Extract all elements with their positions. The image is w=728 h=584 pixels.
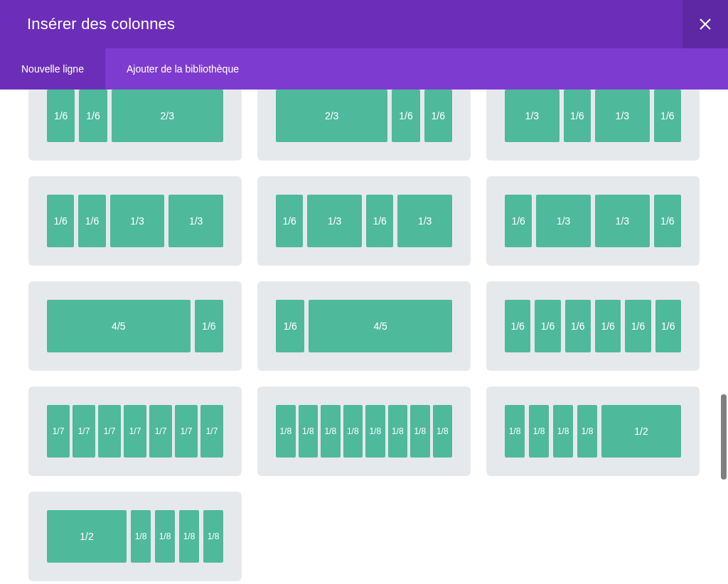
column-segment: 1/7: [200, 405, 223, 458]
layout-option[interactable]: 1/61/31/61/3: [257, 176, 471, 266]
layout-option[interactable]: 1/81/81/81/81/81/81/81/8: [257, 386, 471, 476]
modal-header: Insérer des colonnes: [0, 0, 728, 48]
column-segment: 1/6: [654, 90, 681, 142]
column-segment: 1/6: [564, 90, 591, 142]
layout-option[interactable]: 1/21/81/81/81/8: [28, 492, 242, 581]
column-segment: 1/3: [595, 90, 650, 142]
column-segment: 1/7: [98, 405, 121, 458]
column-segment: 1/8: [179, 510, 199, 563]
column-segment: 1/3: [536, 195, 591, 247]
column-segment: 1/6: [366, 195, 393, 247]
column-segment: 2/3: [276, 90, 387, 142]
layout-option[interactable]: 1/81/81/81/81/2: [486, 386, 700, 476]
column-segment: 1/6: [565, 300, 591, 352]
layout-grid-container: 1/61/62/32/31/61/61/31/61/31/61/61/61/31…: [0, 90, 728, 584]
column-segment: 1/6: [79, 90, 107, 142]
layout-option[interactable]: 1/71/71/71/71/71/71/7: [28, 386, 242, 476]
column-segment: 1/3: [505, 90, 560, 142]
column-segment: 1/8: [321, 405, 341, 458]
layout-option[interactable]: 4/51/6: [28, 281, 242, 371]
layout-grid: 1/61/62/32/31/61/61/31/61/31/61/61/61/31…: [28, 90, 700, 581]
tab-bar: Nouvelle ligne Ajouter de la bibliothèqu…: [0, 48, 728, 90]
layout-option[interactable]: 1/61/61/61/61/61/6: [486, 281, 700, 371]
close-button[interactable]: [682, 0, 728, 48]
column-segment: 1/8: [553, 405, 573, 458]
column-segment: 1/6: [78, 195, 105, 247]
column-segment: 1/6: [535, 300, 560, 352]
layout-option[interactable]: 1/31/61/31/6: [486, 90, 700, 161]
column-segment: 1/8: [343, 405, 363, 458]
column-segment: 1/7: [47, 405, 70, 458]
column-segment: 1/8: [410, 405, 430, 458]
modal-title: Insérer des colonnes: [27, 15, 175, 33]
column-segment: 1/8: [577, 405, 597, 458]
column-segment: 1/7: [124, 405, 146, 458]
column-segment: 1/8: [299, 405, 318, 458]
column-segment: 1/8: [505, 405, 525, 458]
column-segment: 1/3: [110, 195, 165, 247]
column-segment: 1/7: [149, 405, 172, 458]
layout-option[interactable]: 1/61/62/3: [28, 90, 242, 161]
column-segment: 1/8: [365, 405, 385, 458]
column-segment: 1/6: [424, 90, 452, 142]
column-segment: 1/8: [388, 405, 408, 458]
tab-new-line[interactable]: Nouvelle ligne: [0, 48, 105, 90]
column-segment: 1/7: [175, 405, 198, 458]
column-segment: 1/6: [625, 300, 651, 352]
column-segment: 1/2: [601, 405, 681, 458]
column-segment: 1/8: [131, 510, 151, 563]
column-segment: 1/6: [276, 300, 304, 352]
column-segment: 1/3: [595, 195, 650, 247]
column-segment: 1/6: [654, 195, 681, 247]
column-segment: 1/7: [73, 405, 95, 458]
column-segment: 1/6: [392, 90, 419, 142]
column-segment: 4/5: [309, 300, 452, 352]
column-segment: 1/8: [155, 510, 175, 563]
column-segment: 1/8: [529, 405, 549, 458]
tab-add-library[interactable]: Ajouter de la bibliothèque: [105, 48, 260, 90]
column-segment: 1/8: [433, 405, 453, 458]
column-segment: 1/6: [505, 195, 532, 247]
column-segment: 1/6: [195, 300, 223, 352]
column-segment: 4/5: [47, 300, 191, 352]
close-icon: [699, 18, 712, 31]
column-segment: 1/8: [203, 510, 223, 563]
column-segment: 1/3: [307, 195, 362, 247]
column-segment: 1/6: [655, 300, 681, 352]
column-segment: 1/6: [505, 300, 530, 352]
column-segment: 1/6: [47, 195, 74, 247]
column-segment: 1/2: [47, 510, 127, 563]
layout-option[interactable]: 1/61/31/31/6: [486, 176, 700, 266]
scrollbar-thumb[interactable]: [721, 394, 727, 480]
column-segment: 1/6: [47, 90, 75, 142]
column-segment: 1/6: [276, 195, 303, 247]
column-segment: 1/3: [397, 195, 452, 247]
column-segment: 2/3: [112, 90, 223, 142]
layout-option[interactable]: 1/64/5: [257, 281, 471, 371]
column-segment: 1/8: [276, 405, 296, 458]
layout-option[interactable]: 2/31/61/6: [257, 90, 471, 161]
column-segment: 1/6: [595, 300, 621, 352]
layout-option[interactable]: 1/61/61/31/3: [28, 176, 242, 266]
column-segment: 1/3: [168, 195, 223, 247]
